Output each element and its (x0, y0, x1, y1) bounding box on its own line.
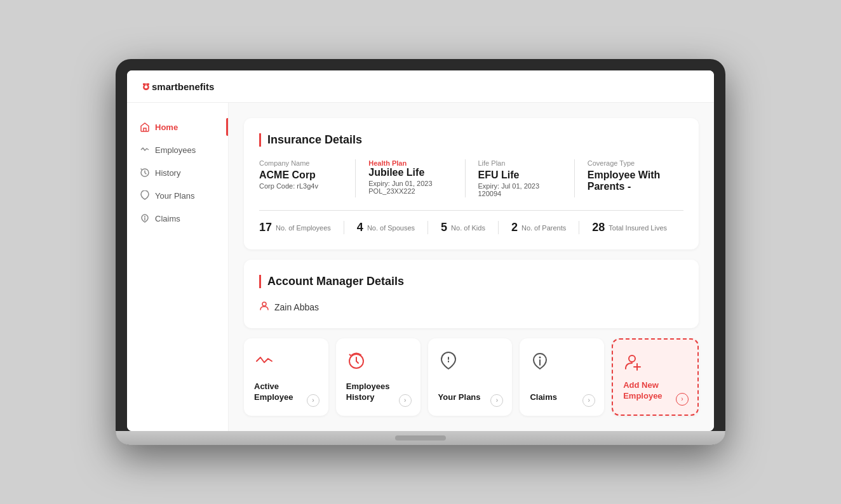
stat-parents-number: 2 (511, 221, 518, 234)
stat-employees: 17 No. of Employees (259, 221, 344, 234)
top-bar: ʊ smartbenefits (127, 70, 714, 103)
app-logo: ʊ smartbenefits (142, 79, 214, 93)
action-arrow-add-new-employee: › (676, 393, 689, 406)
coverage-type-value: Employee With Parents - (588, 169, 671, 192)
life-plan-name: EFU Life (478, 169, 562, 181)
action-card-active-employee[interactable]: Active Employee › (244, 338, 328, 416)
user-icon (259, 301, 269, 313)
action-card-employees-history[interactable]: Employees History › (336, 338, 420, 416)
life-plan-label: Life Plan (478, 159, 562, 167)
stat-kids-label: No. of Kids (451, 224, 485, 232)
sidebar-item-claims[interactable]: Claims (127, 207, 228, 230)
history-icon (140, 168, 150, 178)
company-corp-code: Corp Code: rL3g4v (259, 182, 342, 190)
svg-point-3 (262, 302, 266, 306)
account-manager-card: Account Manager Details Zain Abbas (244, 260, 699, 328)
stat-employees-number: 17 (259, 221, 272, 234)
health-plan-label: Health Plan (368, 159, 452, 167)
insurance-details-card: Insurance Details Company Name ACME Corp… (244, 118, 699, 249)
employees-icon (140, 145, 150, 155)
stat-total-label: Total Insured Lives (609, 224, 667, 232)
health-plan-expiry: Expiry: Jun 01, 2023 (368, 180, 452, 187)
life-plan-col: Life Plan EFU Life Expiry: Jul 01, 2023 … (466, 159, 575, 197)
svg-point-7 (629, 355, 635, 362)
action-arrow-claims: › (582, 394, 595, 407)
company-col: Company Name ACME Corp Corp Code: rL3g4v (259, 159, 356, 197)
your-plans-icon (140, 190, 150, 201)
laptop-screen: ʊ smartbenefits Home (127, 70, 714, 431)
company-name: ACME Corp (259, 169, 342, 181)
stat-employees-label: No. of Employees (276, 224, 331, 232)
main-layout: Home Employees (127, 103, 714, 431)
stat-total-number: 28 (592, 221, 605, 234)
active-employee-icon (254, 351, 274, 371)
account-manager-name: Zain Abbas (274, 302, 319, 312)
laptop-frame: ʊ smartbenefits Home (116, 59, 725, 445)
stat-parents-label: No. of Parents (521, 224, 566, 232)
stats-divider (259, 210, 683, 211)
content-area: Insurance Details Company Name ACME Corp… (229, 103, 714, 431)
account-manager-title: Account Manager Details (259, 275, 683, 288)
app-container: ʊ smartbenefits Home (127, 70, 714, 431)
action-arrow-active-employee: › (307, 394, 320, 407)
action-card-your-plans[interactable]: Your Plans › (428, 338, 513, 416)
coverage-type-label: Coverage Type (588, 159, 671, 167)
stat-spouses: 4 No. of Spouses (344, 221, 428, 234)
insurance-grid: Company Name ACME Corp Corp Code: rL3g4v… (259, 159, 683, 197)
add-new-employee-icon (623, 352, 643, 373)
sidebar-label-employees: Employees (155, 145, 196, 155)
coverage-type-col: Coverage Type Employee With Parents - (575, 159, 683, 197)
your-plans-card-icon (438, 351, 459, 371)
stat-kids: 5 No. of Kids (428, 221, 499, 234)
stat-kids-number: 5 (441, 221, 447, 234)
sidebar: Home Employees (127, 103, 229, 431)
sidebar-item-history[interactable]: History (127, 161, 228, 184)
logo-text: smartbenefits (152, 81, 214, 92)
company-label: Company Name (259, 159, 342, 167)
stat-spouses-label: No. of Spouses (367, 224, 415, 232)
action-arrow-your-plans: › (490, 394, 503, 407)
sidebar-item-your-plans[interactable]: Your Plans (127, 184, 228, 207)
stat-total: 28 Total Insured Lives (579, 221, 680, 234)
health-plan-col: Health Plan Jubilee Life Expiry: Jun 01,… (356, 159, 465, 197)
svg-point-5 (539, 357, 541, 359)
life-plan-policy: 120094 (478, 190, 562, 197)
sidebar-label-claims: Claims (155, 214, 180, 223)
sidebar-item-home[interactable]: Home (127, 116, 228, 138)
health-plan-policy: POL_23XX222 (368, 187, 452, 195)
claims-icon (140, 213, 150, 223)
actions-grid: Active Employee › (244, 338, 699, 416)
account-manager-row: Zain Abbas (259, 301, 683, 313)
home-icon (140, 122, 150, 132)
sidebar-label-your-plans: Your Plans (155, 191, 194, 201)
sidebar-label-home: Home (155, 123, 178, 132)
sidebar-label-history: History (155, 168, 180, 178)
health-plan-name: Jubilee Life (368, 167, 452, 178)
stat-parents: 2 No. of Parents (499, 221, 579, 234)
logo-icon: ʊ (142, 79, 149, 93)
action-card-add-new-employee[interactable]: Add New Employee › (612, 338, 699, 416)
life-plan-expiry: Expiry: Jul 01, 2023 (478, 182, 562, 190)
action-card-claims[interactable]: Claims › (520, 338, 604, 416)
sidebar-item-employees[interactable]: Employees (127, 138, 228, 161)
stats-row: 17 No. of Employees 4 No. of Spouses 5 N… (259, 221, 683, 234)
stat-spouses-number: 4 (357, 221, 363, 234)
svg-point-1 (144, 216, 145, 217)
insurance-details-title: Insurance Details (259, 133, 683, 147)
claims-card-icon (530, 351, 550, 371)
action-arrow-employees-history: › (399, 394, 412, 407)
employees-history-icon (346, 351, 367, 371)
laptop-base (116, 431, 725, 445)
